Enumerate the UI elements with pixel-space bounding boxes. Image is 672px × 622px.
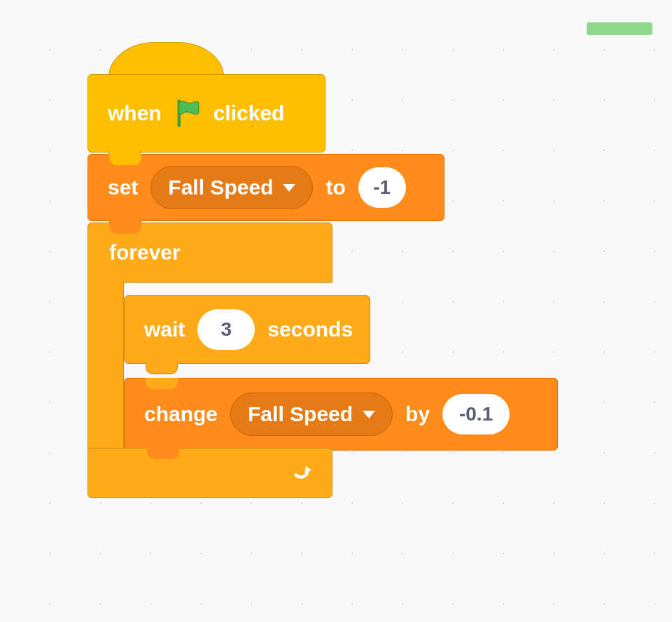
green-flag-icon bbox=[173, 99, 202, 128]
block-notch bbox=[109, 154, 141, 165]
c-block-arm bbox=[88, 281, 124, 449]
chevron-down-icon bbox=[363, 411, 375, 418]
to-label: to bbox=[326, 176, 345, 199]
seconds-label: seconds bbox=[267, 318, 353, 341]
wait-label: wait bbox=[144, 318, 185, 341]
block-notch bbox=[146, 378, 178, 389]
block-notch bbox=[147, 448, 179, 459]
change-label: change bbox=[144, 402, 218, 426]
variable-dropdown[interactable]: Fall Speed bbox=[230, 393, 393, 436]
hat-clicked-label: clicked bbox=[214, 101, 285, 125]
set-label: set bbox=[108, 176, 138, 199]
wait-block[interactable]: wait 3 seconds bbox=[124, 295, 370, 364]
variable-dropdown[interactable]: Fall Speed bbox=[150, 166, 313, 209]
block-notch bbox=[109, 222, 141, 234]
event-hat-block[interactable]: when clicked bbox=[88, 42, 326, 153]
tab-indicator bbox=[587, 22, 652, 35]
chevron-down-icon bbox=[283, 184, 295, 192]
number-input[interactable]: -0.1 bbox=[442, 394, 510, 434]
block-notch bbox=[146, 363, 178, 374]
number-value: -0.1 bbox=[459, 403, 493, 425]
forever-label: forever bbox=[109, 241, 181, 264]
hat-top-curve bbox=[108, 42, 224, 77]
variable-name: Fall Speed bbox=[168, 176, 273, 199]
script-area[interactable]: when clicked set Fall Speed to -1 foreve… bbox=[88, 42, 444, 283]
by-label: by bbox=[405, 402, 430, 426]
forever-block[interactable]: forever wait 3 seconds change Fall Speed… bbox=[88, 222, 332, 283]
loop-arrow-icon bbox=[290, 461, 314, 485]
variable-name: Fall Speed bbox=[248, 402, 353, 426]
number-value: 3 bbox=[221, 318, 232, 341]
set-variable-block[interactable]: set Fall Speed to -1 bbox=[88, 154, 444, 221]
c-block-bottom bbox=[88, 448, 332, 498]
hat-when-label: when bbox=[108, 101, 162, 125]
number-input[interactable]: -1 bbox=[358, 167, 406, 208]
number-input[interactable]: 3 bbox=[197, 309, 255, 350]
change-variable-block[interactable]: change Fall Speed by -0.1 bbox=[124, 378, 558, 451]
number-value: -1 bbox=[373, 176, 391, 199]
